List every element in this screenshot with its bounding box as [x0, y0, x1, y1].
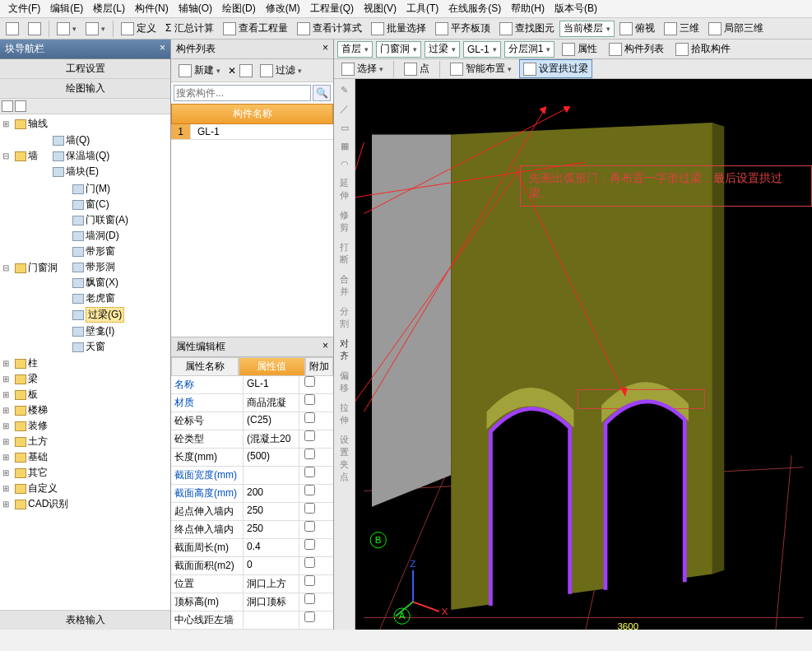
tree-wall[interactable]: 墙 墙(Q) 保温墙(Q) 墙块(E) [15, 132, 169, 180]
vtool-offset[interactable]: 偏移 [336, 367, 353, 397]
floor-sel[interactable]: 首层 [337, 41, 373, 58]
prop-row[interactable]: 位置洞口上方 [171, 575, 333, 593]
prop-value[interactable]: 0.4 [244, 539, 299, 556]
prop-value[interactable]: GL-1 [244, 376, 299, 393]
prop-checkbox[interactable] [304, 485, 315, 495]
vtool-align[interactable]: 对齐 [336, 335, 353, 365]
comp-sel[interactable]: GL-1 [463, 41, 501, 58]
prop-extra[interactable] [299, 467, 319, 484]
prop-extra[interactable] [299, 394, 319, 412]
tree-axis[interactable]: 轴线 [15, 116, 169, 132]
prop-extra[interactable] [299, 539, 319, 556]
tree-column[interactable]: 柱 [15, 356, 169, 371]
delete-icon[interactable]: ✕ [228, 65, 236, 77]
prop-value[interactable]: 200 [244, 485, 299, 502]
viewport-3d[interactable]: B A 1 2 3 3600 Z X 先画出弧形门，再布置一字形过梁，最后设置拱… [355, 79, 812, 630]
vtool-extend[interactable]: 延伸 [336, 174, 353, 204]
menu-online[interactable]: 在线服务(S) [443, 0, 506, 17]
prop-row[interactable]: 截面周长(m)0.4 [171, 539, 333, 557]
tree-skylight[interactable]: 天窗 [72, 339, 128, 355]
floor-combo[interactable]: 当前楼层 [559, 21, 615, 37]
vtool-arc[interactable]: ◠ [336, 156, 353, 172]
type-sel[interactable]: 过梁 [425, 41, 460, 58]
prop-value[interactable]: (C25) [244, 412, 299, 430]
prop-row[interactable]: 截面高度(mm)200 [171, 485, 333, 503]
vtool-merge[interactable]: 合并 [336, 271, 353, 300]
sum-button[interactable]: Σ 汇总计算 [161, 19, 218, 38]
copy-icon[interactable] [239, 64, 253, 77]
tree-slab[interactable]: 板 [15, 387, 169, 402]
vtool-stretch[interactable]: 拉伸 [336, 399, 353, 429]
menu-version[interactable]: 版本号(B) [550, 0, 602, 17]
nav-close-icon[interactable]: × [160, 42, 165, 53]
tree-deco[interactable]: 装修 [15, 418, 169, 434]
prop-checkbox[interactable] [304, 467, 315, 477]
undo-button[interactable] [53, 20, 81, 38]
prop-checkbox[interactable] [304, 593, 315, 604]
nav-tree[interactable]: 轴线 墙 墙(Q) 保温墙(Q) 墙块(E) 门窗洞 门(M) 窗(C) 门联窗… [0, 114, 170, 610]
tree-dormer[interactable]: 老虎窗 [72, 291, 128, 306]
vtool-grid[interactable]: ▦ [336, 138, 353, 154]
prop-extra[interactable] [299, 503, 319, 520]
menu-component[interactable]: 构件(N) [130, 0, 174, 17]
prop-row[interactable]: 顶标高(m)洞口顶标 [171, 593, 333, 611]
prop-row[interactable]: 材质商品混凝 [171, 394, 333, 412]
prop-row[interactable]: 长度(mm)(500) [171, 449, 333, 467]
prop-value[interactable]: 洞口上方 [244, 575, 299, 593]
prop-extra[interactable] [299, 557, 319, 574]
find-button[interactable]: 查找图元 [495, 19, 559, 38]
panel-close-icon[interactable]: × [322, 42, 328, 56]
vtool-pencil[interactable]: ✎ [336, 82, 353, 98]
tree-wall-opening[interactable]: 墙洞(D) [72, 228, 128, 244]
vtool-grip[interactable]: 设置夹点 [336, 431, 353, 486]
menu-modify[interactable]: 修改(M) [261, 0, 305, 17]
prop-extra[interactable] [299, 611, 319, 629]
tree-custom[interactable]: 自定义 [15, 481, 169, 496]
prop-row[interactable]: 名称GL-1 [171, 376, 333, 394]
prop-checkbox[interactable] [304, 521, 315, 532]
prop-extra[interactable] [299, 376, 319, 393]
look-qty-button[interactable]: 查看工程量 [219, 19, 292, 38]
prop-row[interactable]: 中心线距左墙 [171, 611, 333, 630]
menu-help[interactable]: 帮助(H) [506, 0, 550, 17]
search-button[interactable]: 🔍 [313, 85, 331, 101]
prop-value[interactable]: (混凝土20 [244, 430, 299, 448]
grid-row-1[interactable]: 1 GL-1 [171, 124, 333, 140]
prop-checkbox[interactable] [304, 394, 315, 405]
menu-draw[interactable]: 绘图(D) [217, 0, 261, 17]
prop-checkbox[interactable] [304, 557, 315, 568]
prop-extra[interactable] [299, 485, 319, 502]
tree-band-window[interactable]: 带形窗 [72, 244, 128, 259]
prop-extra[interactable] [299, 593, 319, 611]
prop-extra[interactable] [299, 449, 319, 466]
vtool-line[interactable]: ／ [336, 100, 353, 118]
search-input[interactable] [174, 85, 311, 101]
tree-niche[interactable]: 壁龛(I) [72, 323, 128, 339]
new-button[interactable]: 新建 [174, 61, 225, 80]
select-button[interactable]: 选择 [337, 59, 387, 78]
tree-beam[interactable]: 梁 [15, 371, 169, 387]
smart-button[interactable]: 智能布置 [446, 59, 516, 78]
redo-button[interactable] [81, 20, 109, 38]
filter-button[interactable]: 过滤 [256, 61, 306, 80]
prop-value[interactable]: 商品混凝 [244, 394, 299, 412]
prop-value[interactable]: 洞口顶标 [244, 593, 299, 611]
prop-checkbox[interactable] [304, 539, 315, 550]
prop-value[interactable]: (500) [244, 449, 299, 466]
tree-cad[interactable]: CAD识别 [15, 496, 169, 512]
prop-checkbox[interactable] [304, 430, 315, 441]
vtool-split[interactable]: 分割 [336, 303, 353, 332]
prop-extra[interactable] [299, 521, 319, 538]
tree-lintel[interactable]: 过梁(G) [72, 306, 128, 323]
menu-quantity[interactable]: 工程量(Q) [305, 0, 359, 17]
prop-checkbox[interactable] [304, 503, 315, 514]
menu-floor[interactable]: 楼层(L) [88, 0, 130, 17]
tree-wall-block[interactable]: 墙块(E) [53, 164, 109, 179]
tree-stair[interactable]: 楼梯 [15, 402, 169, 418]
prop-checkbox[interactable] [304, 376, 315, 387]
tree-opening[interactable]: 门窗洞 门(M) 窗(C) 门联窗(A) 墙洞(D) 带形窗 带形洞 飘窗(X)… [15, 180, 169, 356]
prop-button[interactable]: 属性 [558, 40, 601, 58]
tree-bay-window[interactable]: 飘窗(X) [72, 275, 128, 291]
prop-extra[interactable] [299, 575, 319, 593]
vtool-trim[interactable]: 修剪 [336, 207, 353, 236]
